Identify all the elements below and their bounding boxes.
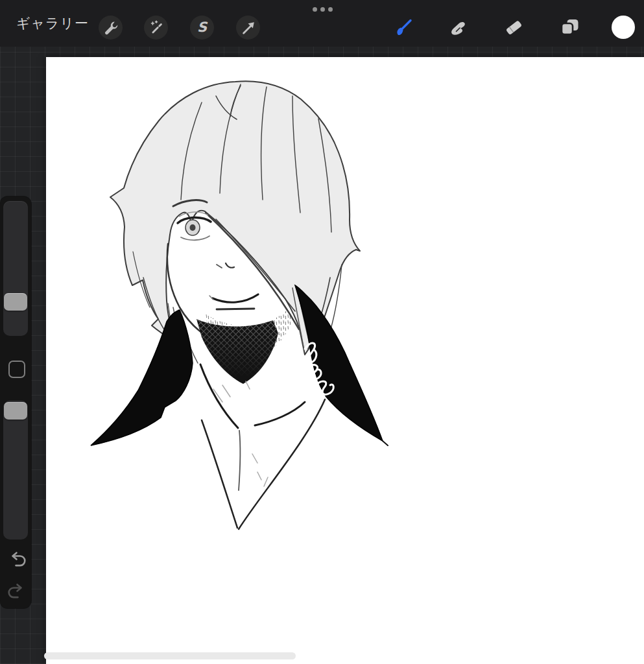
color-swatch-icon[interactable] — [612, 16, 635, 39]
eraser-button[interactable] — [501, 15, 525, 40]
magic-wand-icon — [148, 19, 165, 36]
modify-button[interactable] — [8, 361, 25, 378]
layers-button[interactable] — [557, 15, 581, 40]
dot-icon — [313, 7, 317, 12]
dot-icon — [320, 7, 325, 12]
undo-button[interactable] — [7, 550, 27, 569]
redo-arrow-icon — [7, 582, 27, 601]
paintbrush-icon — [392, 17, 413, 38]
gallery-button[interactable]: ギャラリー — [16, 0, 89, 47]
opacity-slider[interactable] — [3, 401, 28, 540]
transform-button[interactable] — [236, 16, 260, 40]
brush-size-handle[interactable] — [4, 293, 27, 311]
chest-group — [200, 364, 325, 529]
smudge-button[interactable] — [446, 15, 470, 40]
brush-size-slider[interactable] — [3, 201, 28, 336]
multitask-indicator[interactable] — [313, 7, 333, 12]
procreate-workspace: { "toolbar": { "gallery_label": "ギャラリー",… — [0, 0, 644, 664]
opacity-handle[interactable] — [4, 402, 27, 420]
smudge-finger-icon — [447, 17, 468, 38]
drawing-canvas[interactable]: Black-and-white digital sketch of a youn… — [46, 57, 644, 664]
dot-icon — [328, 7, 333, 12]
selection-button[interactable]: S — [190, 16, 214, 40]
undo-arrow-icon — [7, 550, 27, 569]
eraser-icon — [503, 17, 524, 38]
horizontal-scroll-indicator[interactable] — [44, 652, 296, 659]
selection-s-icon: S — [197, 19, 207, 35]
actions-button[interactable] — [99, 16, 123, 40]
adjustments-button[interactable] — [144, 16, 168, 40]
paint-brush-button[interactable] — [390, 15, 414, 40]
top-toolbar: ギャラリー S — [0, 0, 644, 47]
sidebar-panel — [0, 196, 31, 608]
arrow-cursor-icon — [240, 19, 257, 36]
wrench-icon — [102, 19, 119, 36]
canvas-artwork: Black-and-white digital sketch of a youn… — [46, 57, 644, 664]
redo-button[interactable] — [7, 582, 27, 601]
layers-icon — [559, 17, 580, 38]
